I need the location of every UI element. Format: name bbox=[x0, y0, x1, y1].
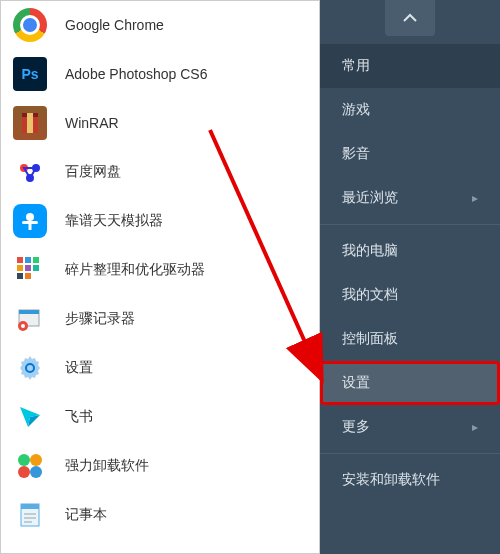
menu-label: 我的文档 bbox=[342, 286, 398, 304]
svg-rect-16 bbox=[25, 273, 31, 279]
svg-rect-11 bbox=[33, 257, 39, 263]
svg-point-23 bbox=[18, 466, 30, 478]
app-item-emulator[interactable]: 靠谱天天模拟器 bbox=[1, 197, 319, 246]
chevron-right-icon: ▸ bbox=[472, 420, 478, 434]
app-label: 碎片整理和优化驱动器 bbox=[65, 261, 205, 279]
defrag-icon bbox=[13, 253, 47, 287]
svg-rect-15 bbox=[17, 273, 23, 279]
menu-group-categories: 常用 游戏 影音 最近浏览 ▸ 我的电脑 我的文档 控制面板 设置 更多 ▸ bbox=[320, 44, 500, 554]
app-label: WinRAR bbox=[65, 115, 119, 131]
chevron-up-icon bbox=[402, 9, 418, 27]
app-item-sysinfo[interactable]: 系统信息 bbox=[1, 540, 319, 554]
menu-label: 设置 bbox=[342, 374, 370, 392]
menu-label: 常用 bbox=[342, 57, 370, 75]
svg-point-6 bbox=[26, 213, 34, 221]
app-label: Adobe Photoshop CS6 bbox=[65, 66, 207, 82]
menu-label: 安装和卸载软件 bbox=[342, 471, 440, 489]
chrome-icon bbox=[13, 8, 47, 42]
svg-rect-2 bbox=[27, 113, 33, 133]
app-list: Google Chrome Ps Adobe Photoshop CS6 Win… bbox=[1, 1, 319, 554]
menu-item-settings[interactable]: 设置 bbox=[320, 361, 500, 405]
svg-rect-9 bbox=[17, 257, 23, 263]
sysinfo-icon bbox=[13, 547, 47, 554]
menu-label: 影音 bbox=[342, 145, 370, 163]
svg-rect-10 bbox=[25, 257, 31, 263]
app-label: 步骤记录器 bbox=[65, 310, 135, 328]
menu-item-frequent[interactable]: 常用 bbox=[320, 44, 500, 88]
app-label: Google Chrome bbox=[65, 17, 164, 33]
svg-rect-8 bbox=[29, 221, 32, 230]
app-label: 强力卸载软件 bbox=[65, 457, 149, 475]
svg-rect-12 bbox=[17, 265, 23, 271]
uninstall-icon bbox=[13, 449, 47, 483]
menu-label: 控制面板 bbox=[342, 330, 398, 348]
collapse-button[interactable] bbox=[385, 0, 435, 36]
menu-item-more[interactable]: 更多 ▸ bbox=[320, 405, 500, 449]
start-menu-app-list: Google Chrome Ps Adobe Photoshop CS6 Win… bbox=[0, 0, 320, 554]
photoshop-icon: Ps bbox=[13, 57, 47, 91]
menu-label: 游戏 bbox=[342, 101, 370, 119]
app-label: 靠谱天天模拟器 bbox=[65, 212, 163, 230]
recorder-icon bbox=[13, 302, 47, 336]
app-item-photoshop[interactable]: Ps Adobe Photoshop CS6 bbox=[1, 50, 319, 99]
app-label: 设置 bbox=[65, 359, 93, 377]
winrar-icon bbox=[13, 106, 47, 140]
emulator-icon bbox=[13, 204, 47, 238]
menu-item-controlpanel[interactable]: 控制面板 bbox=[320, 317, 500, 361]
menu-item-mycomputer[interactable]: 我的电脑 bbox=[320, 229, 500, 273]
menu-label: 我的电脑 bbox=[342, 242, 398, 260]
app-item-baidupan[interactable]: 百度网盘 bbox=[1, 148, 319, 197]
menu-item-mydocs[interactable]: 我的文档 bbox=[320, 273, 500, 317]
app-item-feishu[interactable]: 飞书 bbox=[1, 393, 319, 442]
menu-item-install-uninstall[interactable]: 安装和卸载软件 bbox=[320, 458, 500, 502]
app-item-chrome[interactable]: Google Chrome bbox=[1, 1, 319, 50]
start-menu-side-panel: 常用 游戏 影音 最近浏览 ▸ 我的电脑 我的文档 控制面板 设置 更多 ▸ bbox=[320, 0, 500, 554]
chevron-right-icon: ▸ bbox=[472, 191, 478, 205]
app-label: 百度网盘 bbox=[65, 163, 121, 181]
menu-divider bbox=[320, 453, 500, 454]
feishu-icon bbox=[13, 400, 47, 434]
menu-label: 最近浏览 bbox=[342, 189, 398, 207]
svg-rect-18 bbox=[19, 310, 39, 314]
app-label: 记事本 bbox=[65, 506, 107, 524]
svg-point-20 bbox=[21, 324, 25, 328]
menu-item-recent[interactable]: 最近浏览 ▸ bbox=[320, 176, 500, 220]
app-item-uninstall[interactable]: 强力卸载软件 bbox=[1, 442, 319, 491]
menu-item-games[interactable]: 游戏 bbox=[320, 88, 500, 132]
svg-rect-14 bbox=[33, 265, 39, 271]
svg-point-22 bbox=[30, 454, 42, 466]
svg-rect-13 bbox=[25, 265, 31, 271]
app-item-recorder[interactable]: 步骤记录器 bbox=[1, 295, 319, 344]
settings-gear-icon bbox=[13, 351, 47, 385]
app-label: 飞书 bbox=[65, 408, 93, 426]
notepad-icon bbox=[13, 498, 47, 532]
svg-point-21 bbox=[18, 454, 30, 466]
svg-rect-26 bbox=[21, 504, 39, 509]
menu-divider bbox=[320, 224, 500, 225]
app-item-notepad[interactable]: 记事本 bbox=[1, 491, 319, 540]
app-item-winrar[interactable]: WinRAR bbox=[1, 99, 319, 148]
app-item-defrag[interactable]: 碎片整理和优化驱动器 bbox=[1, 246, 319, 295]
menu-label: 更多 bbox=[342, 418, 370, 436]
baidu-icon bbox=[13, 155, 47, 189]
svg-point-24 bbox=[30, 466, 42, 478]
app-item-settings[interactable]: 设置 bbox=[1, 344, 319, 393]
menu-item-media[interactable]: 影音 bbox=[320, 132, 500, 176]
